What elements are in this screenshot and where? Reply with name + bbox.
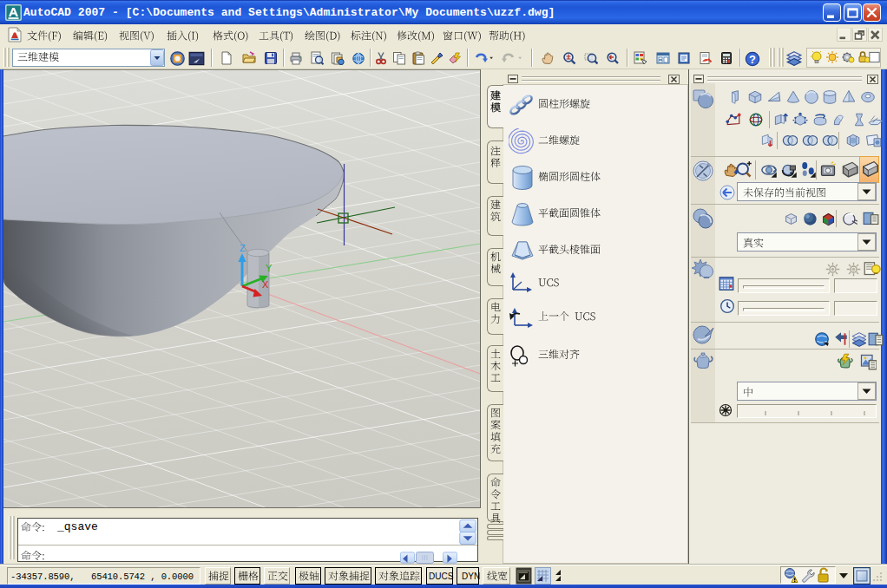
svg-text:X: X <box>262 279 269 290</box>
svg-text:Z: Z <box>240 243 246 253</box>
svg-text:Y: Y <box>266 263 273 273</box>
svg-text:?: ? <box>749 53 756 66</box>
